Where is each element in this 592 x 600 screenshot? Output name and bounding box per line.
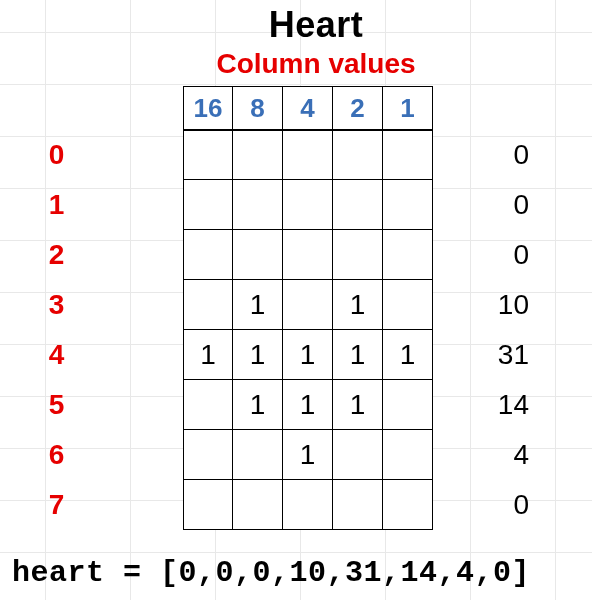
row-label: 7 [0, 489, 183, 521]
grid-cell [383, 180, 433, 230]
table-row: 1 0 [0, 180, 592, 230]
grid-cell [333, 230, 383, 280]
grid-cell [333, 430, 383, 480]
grid-cell [383, 430, 433, 480]
grid-cell [233, 180, 283, 230]
table-row: 0 0 [0, 130, 592, 180]
grid-cell: 1 [233, 380, 283, 430]
column-header: 4 [283, 86, 333, 130]
row-label: 1 [0, 189, 183, 221]
grid-cell: 1 [283, 330, 333, 380]
grid-cell [333, 130, 383, 180]
row-label: 0 [0, 139, 183, 171]
grid-cell [233, 230, 283, 280]
table-row: 2 0 [0, 230, 592, 280]
row-sum: 0 [433, 489, 553, 521]
title: Heart [40, 4, 592, 46]
grid-cell [333, 480, 383, 530]
grid-cell [183, 380, 233, 430]
row-sum: 0 [433, 189, 553, 221]
grid-cell [183, 130, 233, 180]
grid-cell [183, 180, 233, 230]
grid-cell: 1 [283, 430, 333, 480]
grid-cell [233, 430, 283, 480]
row-label: 2 [0, 239, 183, 271]
grid-cell [283, 180, 333, 230]
grid-cell: 1 [333, 380, 383, 430]
row-sum: 0 [433, 139, 553, 171]
grid-cell [383, 230, 433, 280]
code-line: heart = [0,0,0,10,31,14,4,0] [0, 556, 592, 590]
table-row: 6 1 4 [0, 430, 592, 480]
row-label: 3 [0, 289, 183, 321]
grid-cell: 1 [383, 330, 433, 380]
table-row: 5 1 1 1 14 [0, 380, 592, 430]
grid-cell [233, 480, 283, 530]
row-sum: 31 [433, 339, 553, 371]
column-header: 16 [183, 86, 233, 130]
grid-cell [183, 230, 233, 280]
column-headers: 16 8 4 2 1 [183, 86, 592, 130]
grid-cell [383, 280, 433, 330]
subtitle: Column values [40, 48, 592, 80]
grid-cell [283, 230, 333, 280]
grid-cell [183, 280, 233, 330]
column-header: 8 [233, 86, 283, 130]
grid-cell: 1 [183, 330, 233, 380]
grid-cell: 1 [333, 280, 383, 330]
table-row: 3 1 1 10 [0, 280, 592, 330]
grid-cell [383, 380, 433, 430]
grid-cell [383, 130, 433, 180]
row-label: 5 [0, 389, 183, 421]
row-sum: 0 [433, 239, 553, 271]
grid-cell [333, 180, 383, 230]
row-sum: 4 [433, 439, 553, 471]
table-body: 0 0 1 0 [0, 130, 592, 530]
table-row: 7 0 [0, 480, 592, 530]
grid-cell [233, 130, 283, 180]
column-header: 2 [333, 86, 383, 130]
grid-cell: 1 [233, 330, 283, 380]
grid-cell [183, 430, 233, 480]
grid-cell: 1 [283, 380, 333, 430]
row-sum: 14 [433, 389, 553, 421]
row-label: 4 [0, 339, 183, 371]
grid-cell [383, 480, 433, 530]
row-label: 6 [0, 439, 183, 471]
grid-cell: 1 [333, 330, 383, 380]
grid-cell [283, 130, 333, 180]
grid-cell [283, 280, 333, 330]
grid-cell: 1 [233, 280, 283, 330]
row-sum: 10 [433, 289, 553, 321]
grid-cell [183, 480, 233, 530]
column-header: 1 [383, 86, 433, 130]
grid-cell [283, 480, 333, 530]
table-row: 4 1 1 1 1 1 31 [0, 330, 592, 380]
